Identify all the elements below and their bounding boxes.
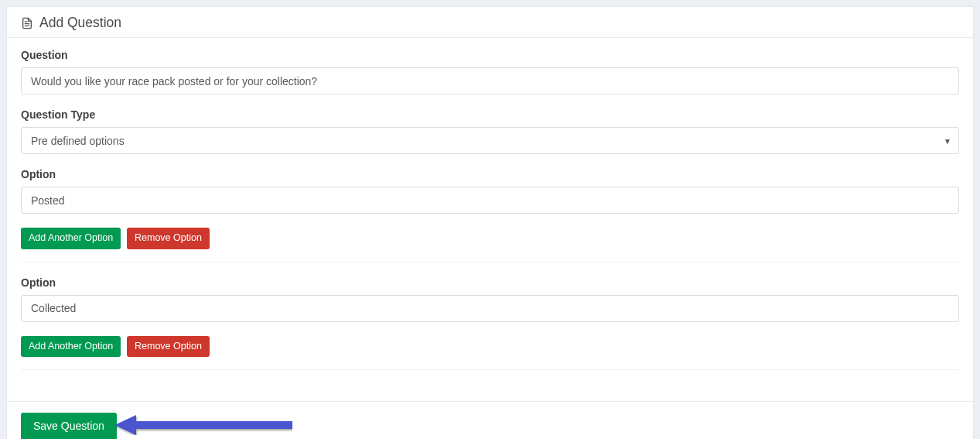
option-label: Option <box>21 276 959 289</box>
option-input[interactable] <box>21 187 959 214</box>
save-question-button[interactable]: Save Question <box>21 413 117 439</box>
question-label: Question <box>21 49 959 61</box>
panel-body: Question Question Type Pre defined optio… <box>7 38 973 401</box>
option-block: Option Add Another Option Remove Option <box>21 276 959 371</box>
panel-title: Add Question <box>39 15 121 31</box>
option-block: Option Add Another Option Remove Option <box>21 168 959 262</box>
remove-option-button[interactable]: Remove Option <box>127 336 210 358</box>
add-question-panel: Add Question Question Question Type Pre … <box>6 6 974 439</box>
add-another-option-button[interactable]: Add Another Option <box>21 228 121 249</box>
remove-option-button[interactable]: Remove Option <box>127 228 210 249</box>
option-input[interactable] <box>21 295 959 322</box>
add-another-option-button[interactable]: Add Another Option <box>21 336 121 358</box>
question-group: Question <box>21 49 959 94</box>
divider <box>21 262 959 262</box>
option-label: Option <box>21 168 959 180</box>
question-type-label: Question Type <box>21 108 959 121</box>
question-input[interactable] <box>21 67 959 94</box>
annotation-arrow-icon <box>114 415 292 435</box>
question-type-select[interactable]: Pre defined options <box>21 127 959 154</box>
question-type-group: Question Type Pre defined options ▼ <box>21 108 959 154</box>
panel-header: Add Question <box>7 7 973 38</box>
divider <box>21 369 959 370</box>
panel-footer: Save Question <box>7 401 973 439</box>
document-icon <box>21 16 33 30</box>
svg-marker-3 <box>114 415 292 435</box>
